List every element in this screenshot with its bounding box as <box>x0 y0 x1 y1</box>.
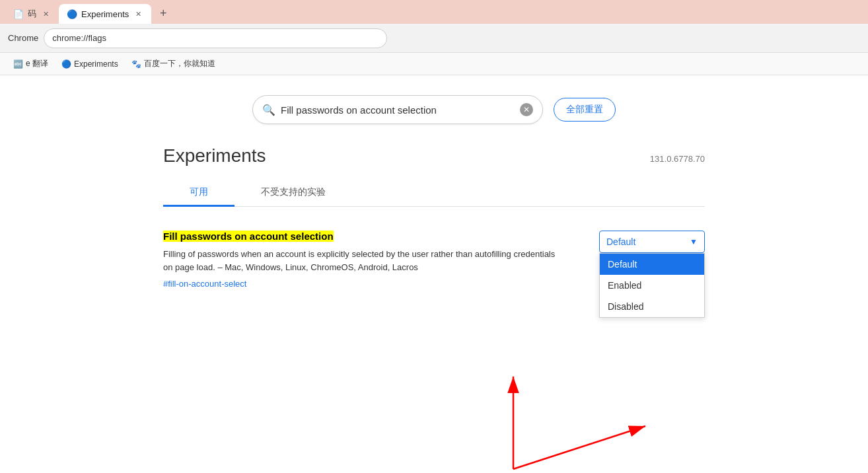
bookmark-experiments[interactable]: 🔵 Experiments <box>56 57 124 71</box>
search-clear-button[interactable]: ✕ <box>520 103 533 116</box>
dropdown-option-disabled[interactable]: Disabled <box>600 296 704 317</box>
svg-line-2 <box>513 426 645 469</box>
search-icon: 🔍 <box>262 104 275 116</box>
url-text: chrome://flags <box>52 33 106 43</box>
new-tab-button[interactable]: + <box>154 4 172 22</box>
title-bar: 📄 码 ✕ 🔵 Experiments ✕ + <box>0 0 868 24</box>
dropdown-area: Default ▼ Default Enabled Disabled <box>599 231 705 253</box>
experiment-entry: Fill passwords on account selection Fill… <box>163 220 705 299</box>
tab-available[interactable]: 可用 <box>163 180 235 207</box>
dropdown-menu: Default Enabled Disabled <box>599 253 705 318</box>
dropdown-option-enabled[interactable]: Enabled <box>600 275 704 296</box>
dropdown-trigger[interactable]: Default ▼ <box>599 231 705 253</box>
bookmark-translate[interactable]: 🔤 e 翻译 <box>8 56 54 71</box>
search-input[interactable] <box>281 104 515 116</box>
bookmark-experiments-label: Experiments <box>74 59 118 69</box>
experiment-info: Fill passwords on account selection Fill… <box>163 231 560 289</box>
experiment-link[interactable]: #fill-on-account-select <box>163 279 560 289</box>
bookmarks-bar: 🔤 e 翻译 🔵 Experiments 🐾 百度一下，你就知道 <box>0 53 868 75</box>
dropdown-option-default[interactable]: Default <box>600 254 704 275</box>
page-title: Experiments <box>163 145 266 166</box>
tab-experiments[interactable]: 🔵 Experiments ✕ <box>59 4 151 24</box>
tab-active-label: Experiments <box>81 9 129 19</box>
bookmark-translate-label: e 翻译 <box>26 58 48 69</box>
bookmark-baidu-icon: 🐾 <box>131 59 141 69</box>
bookmark-experiments-icon: 🔵 <box>61 59 71 69</box>
bookmark-baidu-label: 百度一下，你就知道 <box>144 58 215 69</box>
chrome-label: Chrome <box>8 33 38 43</box>
search-box[interactable]: 🔍 ✕ <box>252 95 543 124</box>
address-bar: Chrome chrome://flags <box>0 24 868 53</box>
version-label: 131.0.6778.70 <box>650 154 705 164</box>
tab-inactive-label: 码 <box>28 8 36 20</box>
experiments-container: Experiments 131.0.6778.70 可用 不受支持的实验 Fil… <box>163 145 705 299</box>
bookmark-baidu[interactable]: 🐾 百度一下，你就知道 <box>126 56 221 71</box>
tab-active-icon: 🔵 <box>67 9 77 19</box>
url-box[interactable]: chrome://flags <box>44 28 387 48</box>
tab-inactive-close[interactable]: ✕ <box>40 9 51 19</box>
experiments-header: Experiments 131.0.6778.70 <box>163 145 705 166</box>
experiment-description: Filling of passwords when an account is … <box>163 248 560 273</box>
tab-unsupported[interactable]: 不受支持的实验 <box>235 180 352 207</box>
reset-all-button[interactable]: 全部重置 <box>554 98 616 122</box>
tab-active-close[interactable]: ✕ <box>133 9 143 19</box>
tab-inactive[interactable]: 📄 码 ✕ <box>5 4 59 24</box>
translate-icon: 🔤 <box>13 59 23 69</box>
experiment-name: Fill passwords on account selection <box>163 231 334 242</box>
chevron-down-icon: ▼ <box>690 237 698 246</box>
arrow-annotation <box>361 357 758 473</box>
dropdown-current-value: Default <box>606 236 635 247</box>
page-content: 🔍 ✕ 全部重置 Experiments 131.0.6778.70 可用 不受… <box>0 75 868 473</box>
tab-inactive-icon: 📄 <box>13 9 24 19</box>
tabs-row: 可用 不受支持的实验 <box>163 180 705 207</box>
search-container: 🔍 ✕ 全部重置 <box>252 95 616 124</box>
